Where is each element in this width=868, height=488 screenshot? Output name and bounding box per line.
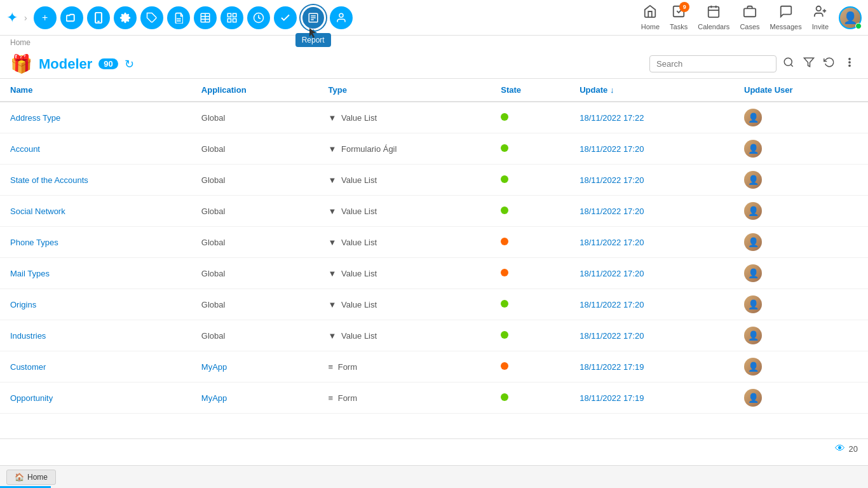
toolbar-check-button[interactable]: [274, 6, 297, 29]
toolbar-settings-button[interactable]: [114, 6, 137, 29]
cell-update: 18/11/2022 17:20: [569, 196, 734, 227]
taskbar-home-icon: 🏠: [15, 473, 24, 482]
cell-update: 18/11/2022 17:19: [569, 351, 734, 383]
cell-update: 18/11/2022 17:20: [569, 289, 734, 320]
user-avatar-small: 👤: [744, 171, 762, 189]
type-icon: ▼: [328, 175, 336, 185]
cell-update: 18/11/2022 17:20: [569, 258, 734, 289]
nav-cases[interactable]: Cases: [740, 4, 759, 30]
nav-invite[interactable]: Invite: [812, 4, 829, 30]
col-application[interactable]: Application: [191, 79, 318, 102]
col-type[interactable]: Type: [318, 79, 491, 102]
col-update[interactable]: Update ↓: [569, 79, 734, 102]
col-state[interactable]: State: [491, 79, 569, 102]
breadcrumb: Home: [0, 36, 868, 50]
cell-type: ▼ Value List: [318, 227, 491, 258]
cell-application: MyApp: [191, 351, 318, 383]
table-row[interactable]: Address Type Global ▼ Value List 18/11/2…: [0, 102, 868, 133]
svg-rect-23: [744, 8, 756, 17]
toolbar-mobile-button[interactable]: [87, 6, 110, 29]
nav-right: Home 9 Tasks Calendars Cases Message: [641, 4, 862, 30]
svg-line-28: [790, 64, 792, 66]
table-row[interactable]: Phone Types Global ▼ Value List 18/11/20…: [0, 227, 868, 258]
table-row[interactable]: Origins Global ▼ Value List 18/11/2022 1…: [0, 289, 868, 320]
nav-messages[interactable]: Messages: [770, 4, 802, 30]
cell-application: Global: [191, 258, 318, 289]
type-icon: ▼: [328, 269, 336, 278]
table-row[interactable]: Opportunity MyApp ≡ Form 18/11/2022 17:1…: [0, 383, 868, 414]
cell-update: 18/11/2022 17:20: [569, 227, 734, 258]
table-row[interactable]: Account Global ▼ Formulario Ágil 18/11/2…: [0, 133, 868, 165]
table-row[interactable]: Customer MyApp ≡ Form 18/11/2022 17:19 👤: [0, 351, 868, 383]
nav-home[interactable]: Home: [641, 4, 660, 30]
toolbar-folder-button[interactable]: [60, 6, 83, 29]
history-button[interactable]: [821, 54, 837, 74]
user-avatar-small: 👤: [744, 358, 762, 376]
cell-update-user: 👤: [734, 258, 868, 289]
refresh-button[interactable]: ↻: [125, 57, 134, 71]
type-icon: ▼: [328, 144, 336, 154]
cell-name: Social Network: [0, 196, 191, 227]
cell-update-user: 👤: [734, 383, 868, 414]
type-icon: ≡: [328, 362, 333, 372]
table-row[interactable]: Mail Types Global ▼ Value List 18/11/202…: [0, 258, 868, 289]
cell-type: ▼ Value List: [318, 258, 491, 289]
cell-update-user: 👤: [734, 351, 868, 383]
toolbar-clock-button[interactable]: [247, 6, 270, 29]
col-name[interactable]: Name: [0, 79, 191, 102]
status-dot: [501, 269, 508, 276]
cell-type: ▼ Value List: [318, 320, 491, 351]
cell-application: Global: [191, 320, 318, 351]
cell-state: [491, 102, 569, 133]
svg-rect-12: [227, 18, 231, 22]
cell-name: Phone Types: [0, 227, 191, 258]
toolbar-report-button[interactable]: [301, 5, 326, 30]
bottom-bar: 🏠 Home: [0, 465, 868, 488]
col-update-user[interactable]: Update User: [734, 79, 868, 102]
toolbar-puzzle-button[interactable]: [140, 6, 163, 29]
table-body: Address Type Global ▼ Value List 18/11/2…: [0, 102, 868, 414]
nav-calendars[interactable]: Calendars: [698, 4, 729, 30]
type-icon: ▼: [328, 300, 336, 309]
svg-point-18: [339, 13, 343, 17]
toolbar-grid-button[interactable]: [220, 6, 243, 29]
cell-application: Global: [191, 196, 318, 227]
cell-update: 18/11/2022 17:20: [569, 133, 734, 165]
footer-count: 20: [849, 444, 858, 454]
cell-update-user: 👤: [734, 133, 868, 165]
more-options-button[interactable]: [841, 54, 858, 74]
cell-state: [491, 351, 569, 383]
cell-name: Address Type: [0, 102, 191, 133]
toolbar-add-button[interactable]: +: [34, 6, 57, 29]
record-count-badge: 90: [98, 58, 118, 69]
svg-point-31: [849, 62, 850, 63]
filter-button[interactable]: [801, 54, 817, 74]
cell-name: Customer: [0, 351, 191, 383]
table-row[interactable]: Industries Global ▼ Value List 18/11/202…: [0, 320, 868, 351]
cell-name: Opportunity: [0, 383, 191, 414]
toolbar-report-container: Report: [301, 5, 326, 30]
svg-rect-9: [227, 13, 231, 17]
toolbar-table-button[interactable]: [194, 6, 217, 29]
user-avatar-small: 👤: [744, 140, 762, 158]
status-dot: [501, 175, 508, 183]
search-button[interactable]: [780, 54, 797, 74]
status-dot: [501, 144, 508, 152]
user-avatar-small: 👤: [744, 389, 762, 407]
user-avatar-container[interactable]: 👤: [839, 6, 862, 29]
toolbar-doc-button[interactable]: [167, 6, 190, 29]
cell-update-user: 👤: [734, 196, 868, 227]
table-row[interactable]: State of the Accounts Global ▼ Value Lis…: [0, 165, 868, 196]
cell-update: 18/11/2022 17:20: [569, 320, 734, 351]
cell-type: ▼ Value List: [318, 165, 491, 196]
cell-name: State of the Accounts: [0, 165, 191, 196]
cell-type: ▼ Value List: [318, 196, 491, 227]
user-avatar-small: 👤: [744, 233, 762, 251]
table-row[interactable]: Social Network Global ▼ Value List 18/11…: [0, 196, 868, 227]
toolbar-person-button[interactable]: [330, 6, 353, 29]
taskbar-home[interactable]: 🏠 Home: [6, 470, 56, 485]
search-input[interactable]: [649, 55, 776, 72]
cell-update-user: 👤: [734, 165, 868, 196]
nav-tasks[interactable]: 9 Tasks: [670, 4, 688, 30]
cell-name: Account: [0, 133, 191, 165]
